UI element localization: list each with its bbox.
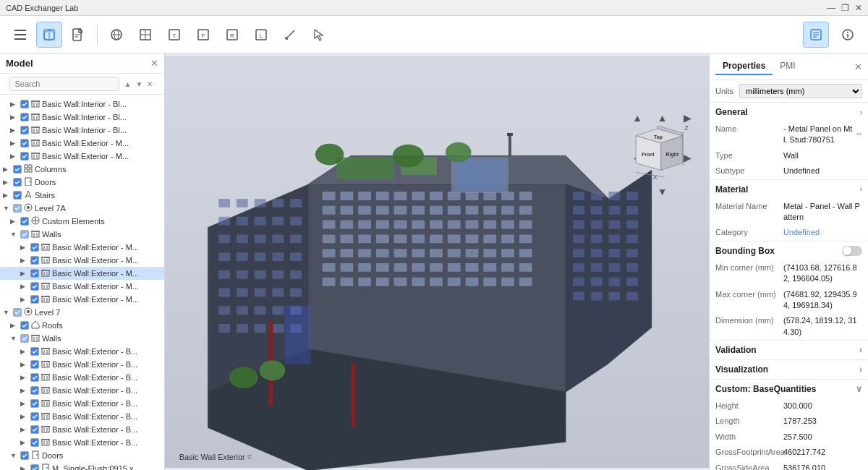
select-button[interactable]: [306, 22, 332, 48]
type-row: Type Wall: [710, 148, 868, 163]
svg-rect-104: [46, 350, 48, 354]
tree-item[interactable]: ▶Basic Wall:Interior - Bl...: [0, 111, 164, 124]
visualization-section-header[interactable]: Visualization ›: [710, 360, 868, 379]
tree-item[interactable]: ▶Basic Wall:Interior - Bl...: [0, 124, 164, 137]
svg-rect-52: [33, 142, 35, 146]
svg-rect-205: [340, 263, 353, 272]
viewport[interactable]: ▲ ▼ ◀ ▶ ▶ ▲ Top Front Right Z: [165, 54, 709, 470]
svg-rect-87: [42, 283, 49, 289]
view-doc-button[interactable]: [65, 22, 91, 48]
svg-rect-44: [33, 116, 35, 120]
tree-item[interactable]: ▶Basic Wall:Exterior - B...: [0, 371, 164, 384]
svg-rect-301: [626, 278, 638, 286]
svg-rect-109: [41, 361, 50, 362]
validation-section-header[interactable]: Validation ›: [710, 341, 868, 359]
svg-rect-276: [608, 192, 620, 200]
svg-rect-292: [608, 249, 620, 257]
tree-item[interactable]: ▶Custom Elements: [0, 215, 164, 228]
tree-item[interactable]: ▶Basic Wall:Exterior - M...: [0, 267, 164, 280]
bounding-box-header[interactable]: Bounding Box: [710, 242, 868, 260]
view-ortho-button[interactable]: [132, 22, 158, 48]
tree-item[interactable]: ▼Walls: [0, 332, 164, 345]
close-properties-button[interactable]: ✕: [854, 61, 862, 72]
measure-button[interactable]: [277, 22, 303, 48]
tree-item[interactable]: ▼Walls: [0, 228, 164, 241]
tree-item[interactable]: ▼Doors: [0, 449, 164, 462]
svg-rect-217: [340, 278, 353, 286]
tree-item[interactable]: ▶Basic Wall:Exterior - M...: [0, 150, 164, 163]
tree-item[interactable]: ▶Basic Wall:Exterior - M...: [0, 241, 164, 254]
search-up-button[interactable]: ▲: [122, 79, 132, 90]
units-select[interactable]: millimeters (mm) centimeters (cm) meters…: [739, 84, 862, 98]
svg-rect-250: [255, 252, 266, 261]
svg-rect-89: [46, 285, 48, 289]
svg-rect-246: [272, 234, 284, 243]
tab-properties[interactable]: Properties: [715, 58, 773, 75]
svg-rect-171: [376, 221, 389, 229]
minimize-button[interactable]: —: [827, 3, 835, 13]
svg-rect-189: [483, 234, 496, 243]
tree-item[interactable]: ▶Basic Wall:Interior - Bl...: [0, 98, 164, 111]
view-front-button[interactable]: F: [190, 22, 216, 48]
tab-pmi[interactable]: PMI: [773, 58, 802, 75]
svg-rect-298: [573, 278, 584, 286]
svg-rect-126: [42, 427, 49, 432]
tree-item[interactable]: ▶M_Single-Flush:0915 x...: [0, 462, 164, 470]
svg-rect-169: [340, 221, 353, 229]
search-clear-button[interactable]: ✕: [145, 79, 154, 90]
tree-item[interactable]: ▶Basic Wall:Exterior - B...: [0, 423, 164, 436]
properties-panel-button[interactable]: [803, 22, 829, 48]
svg-rect-270: [255, 324, 266, 333]
tree-item[interactable]: ▶Columns: [0, 163, 164, 176]
tree-item[interactable]: ▶Basic Wall:Exterior - B...: [0, 358, 164, 371]
close-model-panel-button[interactable]: ✕: [150, 58, 158, 69]
pmi-panel-button[interactable]: [835, 22, 861, 48]
svg-rect-202: [501, 249, 514, 257]
svg-rect-287: [591, 234, 603, 243]
general-section-header[interactable]: General ›: [710, 103, 868, 121]
search-input[interactable]: [9, 77, 119, 91]
base-quantities-header[interactable]: Custom: BaseQuantities ∨: [710, 380, 868, 398]
svg-rect-262: [290, 289, 302, 297]
tree-item[interactable]: ▶Basic Wall:Exterior - M...: [0, 137, 164, 150]
filter-icon[interactable]: [157, 79, 158, 89]
view-perspective-button[interactable]: [103, 22, 129, 48]
tree-item[interactable]: ▶Basic Wall:Exterior - M...: [0, 254, 164, 267]
tree-item[interactable]: ▶Basic Wall:Exterior - B...: [0, 410, 164, 423]
edit-name-button[interactable]: ✏: [856, 129, 862, 140]
svg-rect-245: [255, 234, 266, 243]
restore-button[interactable]: ❐: [841, 3, 849, 13]
view-right-button[interactable]: R: [219, 22, 245, 48]
view-3d-button[interactable]: [36, 22, 62, 48]
tree-item[interactable]: ▶Basic Wall:Exterior - B...: [0, 384, 164, 397]
tree-item[interactable]: ▶Roofs: [0, 319, 164, 332]
svg-rect-215: [519, 263, 532, 272]
close-button[interactable]: ✕: [855, 3, 862, 13]
view-left-button[interactable]: L: [248, 22, 274, 48]
svg-rect-168: [323, 221, 336, 229]
svg-rect-213: [483, 263, 496, 272]
svg-point-67: [27, 206, 30, 209]
svg-point-312: [446, 142, 472, 163]
tree-item[interactable]: ▶Doors: [0, 176, 164, 189]
view-top-button[interactable]: T: [161, 22, 187, 48]
svg-rect-40: [33, 103, 35, 107]
svg-rect-55: [32, 153, 39, 159]
tree-item[interactable]: ▶Basic Wall:Exterior - B...: [0, 345, 164, 358]
tree-item[interactable]: ▼Level 7: [0, 306, 164, 319]
tree-item[interactable]: ▶Basic Wall:Exterior - M...: [0, 293, 164, 306]
menu-button[interactable]: [7, 22, 33, 48]
svg-rect-279: [591, 206, 603, 215]
svg-rect-149: [412, 192, 425, 200]
tree-item[interactable]: ▶Basic Wall:Exterior - B...: [0, 397, 164, 410]
search-down-button[interactable]: ▼: [134, 79, 144, 90]
svg-point-34: [6, 83, 7, 84]
tree-item[interactable]: ▶Stairs: [0, 189, 164, 202]
tree-item[interactable]: ▶Basic Wall:Exterior - M...: [0, 280, 164, 293]
svg-rect-199: [448, 249, 461, 257]
building-3d-view: ▲ ▼ ◀ ▶ ▶ ▲ Top Front Right Z: [165, 54, 709, 470]
tree-item[interactable]: ▶Basic Wall:Exterior - B...: [0, 436, 164, 449]
tree-item[interactable]: ▼Level 7A: [0, 202, 164, 215]
material-section-header[interactable]: Material ›: [710, 180, 868, 199]
bounding-box-toggle[interactable]: [842, 246, 862, 256]
